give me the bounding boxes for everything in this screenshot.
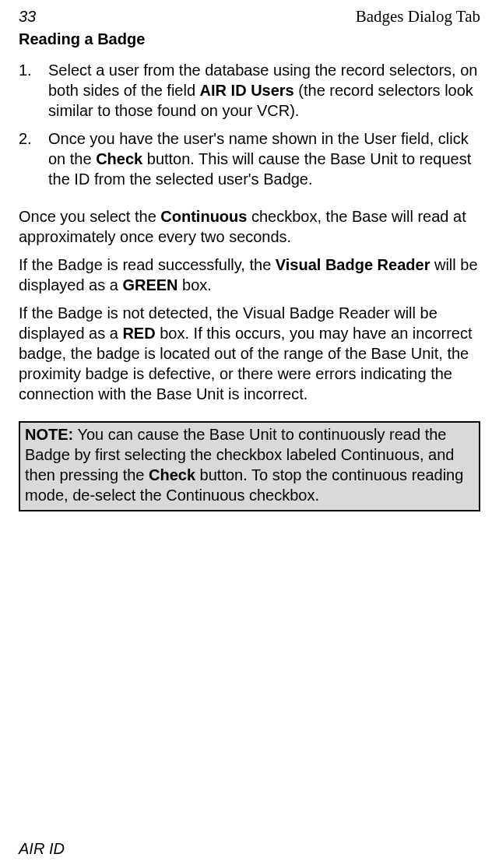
footer: AIR ID [19, 838, 65, 859]
list-item: 2. Once you have the user's name shown i… [19, 128, 480, 189]
list-item: 1. Select a user from the database using… [19, 60, 480, 121]
page-number: 33 [19, 6, 36, 26]
paragraph: If the Badge is not detected, the Visual… [19, 303, 480, 404]
paragraph: If the Badge is read successfully, the V… [19, 255, 480, 295]
bold-text: Check [96, 150, 142, 167]
bold-text: AIR ID Users [200, 82, 294, 99]
bold-text: RED [122, 325, 155, 342]
bold-text: Continuous [160, 208, 247, 225]
note-box: NOTE: You can cause the Base Unit to con… [19, 421, 480, 511]
bold-text: GREEN [122, 276, 177, 293]
bold-text: Visual Badge Reader [276, 256, 430, 273]
section-heading: Reading a Badge [19, 29, 480, 49]
bold-text: Check [149, 466, 195, 483]
note-label: NOTE: [25, 426, 73, 443]
instruction-list: 1. Select a user from the database using… [19, 60, 480, 189]
paragraph: Once you select the Continuous checkbox,… [19, 206, 480, 247]
paragraph-text: box. [178, 276, 212, 293]
tab-title: Badges Dialog Tab [356, 6, 480, 27]
list-number: 1. [19, 60, 32, 80]
list-number: 2. [19, 128, 32, 149]
paragraph-text: If the Badge is read successfully, the [19, 256, 276, 273]
paragraph-text: Once you select the [19, 208, 160, 225]
header-row: 33 Badges Dialog Tab [19, 6, 480, 27]
